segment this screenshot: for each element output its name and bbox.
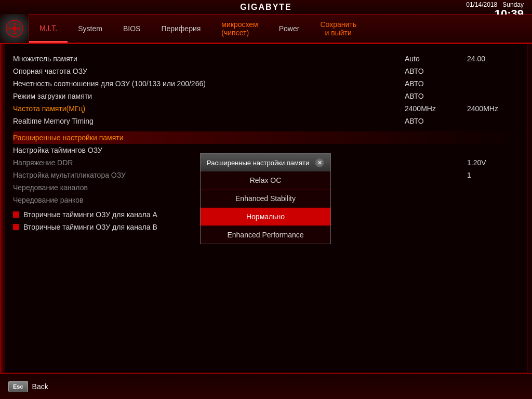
row-label: Опорная частота ОЗУ	[13, 67, 405, 75]
row-label: Множитель памяти	[13, 55, 405, 63]
dropdown-title: Расширенные настройки памяти	[207, 159, 309, 167]
row-value2: 24.00	[467, 55, 519, 63]
nav-item-save[interactable]: Сохранитьи выйти	[310, 15, 367, 43]
nav-item-bios[interactable]: BIOS	[113, 15, 151, 43]
row-label: Realtime Memory Timing	[13, 117, 405, 125]
dropdown-option-enhanced-stability[interactable]: Enhanced Stability	[201, 190, 330, 208]
bullet-icon	[13, 211, 19, 218]
nav-item-mit[interactable]: M.I.T.	[29, 15, 68, 43]
bullet-icon	[13, 224, 19, 230]
table-row: Режим загрузки памяти АВТО	[13, 90, 519, 102]
dropdown-close-button[interactable]: ✕	[315, 158, 324, 167]
svg-point-2	[12, 26, 17, 31]
bottom-bar: Esc Back	[0, 373, 532, 399]
nav-items: M.I.T. System BIOS Периферия микросхем(ч…	[29, 15, 532, 43]
row-label: Нечетность соотношения для ОЗУ (100/133 …	[13, 79, 405, 88]
row-value: 2400MHz	[405, 104, 467, 113]
table-row: Множитель памяти Auto 24.00	[13, 52, 519, 65]
nav-item-periphery[interactable]: Периферия	[151, 15, 211, 43]
row-value2: 2400MHz	[467, 104, 519, 113]
table-row: Частота памяти(МГц) 2400MHz 2400MHz	[13, 102, 519, 115]
dropdown-header: Расширенные настройки памяти ✕	[201, 154, 330, 171]
section-header-row: Расширенные настройки памяти	[13, 131, 519, 144]
row-value2: 1.20V	[467, 158, 519, 167]
table-row: Realtime Memory Timing АВТО	[13, 115, 519, 127]
dropdown-popup: Расширенные настройки памяти ✕ Relax OC …	[200, 153, 331, 244]
dropdown-option-normalno[interactable]: Нормально	[201, 208, 330, 226]
row-value2: 1	[467, 171, 519, 179]
dropdown-option-relax-oc[interactable]: Relax OC	[201, 171, 330, 190]
section-header-label: Расширенные настройки памяти	[13, 134, 519, 142]
app-title: GIGABYTE	[240, 3, 292, 12]
row-value: АВТО	[405, 67, 467, 75]
table-row: Нечетность соотношения для ОЗУ (100/133 …	[13, 77, 519, 90]
table-row: Опорная частота ОЗУ АВТО	[13, 65, 519, 77]
dropdown-option-enhanced-performance[interactable]: Enhanced Performance	[201, 226, 330, 244]
row-value: АВТО	[405, 117, 467, 125]
logo	[0, 14, 29, 43]
row-label: Частота памяти(МГц)	[13, 104, 405, 113]
nav-item-power[interactable]: Power	[269, 15, 310, 43]
nav-item-chipset[interactable]: микросхем(чипсет)	[211, 15, 268, 43]
nav-bar: M.I.T. System BIOS Периферия микросхем(ч…	[0, 15, 532, 44]
row-value: АВТО	[405, 92, 467, 100]
nav-item-system[interactable]: System	[68, 15, 113, 43]
esc-key[interactable]: Esc	[8, 381, 28, 392]
top-bar: GIGABYTE 01/14/2018 Sunday 10:39	[0, 0, 532, 15]
row-value: Auto	[405, 55, 467, 63]
back-label: Back	[32, 382, 48, 391]
row-value: АВТО	[405, 79, 467, 88]
bg-deco-left	[0, 44, 4, 373]
row-label: Режим загрузки памяти	[13, 92, 405, 100]
